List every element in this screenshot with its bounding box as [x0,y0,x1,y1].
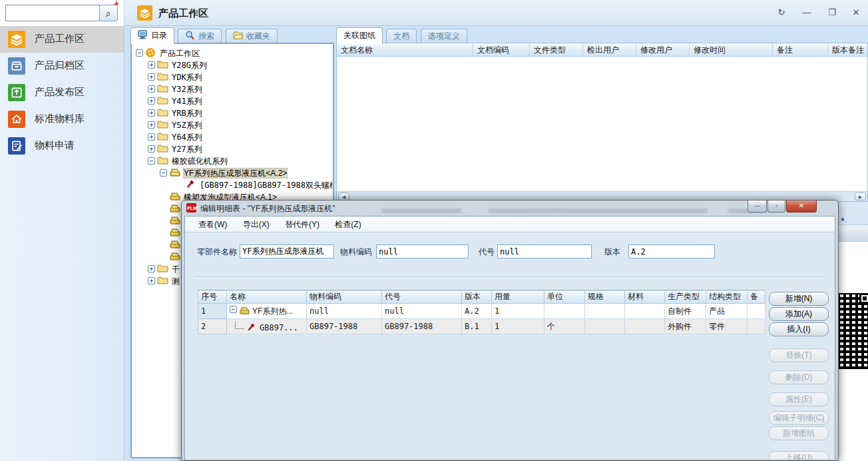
name-cell[interactable]: YF系列热... [227,304,307,319]
collapse-expander-icon[interactable] [136,49,143,57]
tree-row[interactable]: Y41系列 [134,95,333,107]
tree-row[interactable]: YSZ系列 [134,119,333,131]
collapse-up-icon[interactable]: ▲ [840,216,845,222]
column-header[interactable]: 文件类型 [530,43,583,56]
menu-view[interactable]: 查看(W) [192,217,234,230]
scroll-right-icon[interactable]: ▶ [855,193,866,201]
add-button[interactable]: 添加(A) [769,307,829,321]
column-header[interactable]: 备 [748,290,765,304]
column-header[interactable]: 代号 [382,290,462,304]
tree-item-label[interactable]: YSZ系列 [172,121,202,130]
column-header[interactable]: 文档名称 [337,43,473,56]
tab-documents[interactable]: 文档 [386,29,417,44]
column-header[interactable]: 结构类型 [706,290,748,304]
menu-substitute[interactable]: 替代件(Y) [278,217,326,230]
column-header[interactable]: 单位 [544,290,585,304]
add-new-button[interactable]: 新增(N) [769,292,829,306]
move-up-button[interactable]: 上移(U) [769,451,829,460]
expand-expander-icon[interactable] [148,145,155,153]
tree-row[interactable]: YDK系列 [134,71,333,83]
close-button[interactable]: ✕ [848,5,864,20]
column-header[interactable]: 用量 [492,290,544,304]
table-row[interactable]: 2 GB897... GB897-1988 GB897-1988 B.1 1 个… [198,319,765,334]
edit-sub-bom-button[interactable]: 编辑子明细(C) [769,411,829,425]
column-header[interactable]: 备注 [773,43,828,56]
menu-check[interactable]: 检查(Z) [328,217,367,230]
expand-expander-icon[interactable] [148,121,155,129]
expand-expander-icon[interactable] [148,61,155,69]
tree-row[interactable]: Y64系列 [134,131,333,143]
dialog-close-button[interactable]: ✕ [786,201,817,213]
version-field[interactable] [628,244,715,258]
collapse-expander-icon[interactable] [230,306,237,313]
restore-button[interactable]: ❐ [824,5,840,20]
insert-button[interactable]: 插入(I) [769,322,829,336]
sidebar-item-product-release[interactable]: 产品发布区 [0,79,124,106]
collapse-expander-icon[interactable] [148,157,155,165]
part-id-field[interactable] [497,244,592,258]
expand-expander-icon[interactable] [148,85,155,93]
tree-row-selected[interactable]: YF系列热压成形液压机<A.2> [134,167,333,179]
dialog-restore-button[interactable]: ▫ [767,201,785,213]
expand-expander-icon[interactable] [148,277,155,284]
tree-row[interactable]: YRB系列 [134,107,333,119]
minimize-button[interactable]: — [799,5,815,20]
search-input[interactable] [5,5,100,21]
tree-item-label[interactable]: Y27系列 [172,145,202,154]
expand-expander-icon[interactable] [148,97,155,105]
tree-item-label[interactable]: YF系列热压成形液压机<A.2> [184,169,287,178]
table-row[interactable]: 1 YF系列热... null null A.2 1 自制件 产品 [198,304,765,319]
tab-directory[interactable]: 目录 [130,27,174,44]
tree-item-label[interactable]: [GB897-1988]GB897-1988双头螺柱A型 [200,181,334,190]
tree-row[interactable]: 橡胶硫化机系列 [134,155,333,167]
column-header[interactable]: 序号 [198,290,227,304]
dialog-title-bar[interactable]: PLM 编辑明细表 - "YF系列热压成形液压机" — ▫ ✕ [182,201,838,216]
delete-button[interactable]: 删除(D) [769,370,829,384]
tree-item-label[interactable]: Y32系列 [172,85,202,94]
column-header[interactable]: 版本备注 [828,43,867,56]
tree-item-label[interactable]: 干 [172,264,180,274]
tree-row[interactable]: Y27系列 [134,143,333,155]
column-header[interactable]: 修改用户 [636,43,690,56]
sidebar-item-product-archive[interactable]: 产品归档区 [0,53,124,79]
column-header[interactable]: 规格 [585,290,625,304]
refresh-icon[interactable]: ↻ [773,5,789,20]
tree-row[interactable]: [GB897-1988]GB897-1988双头螺柱A型 [134,179,333,191]
tree-row[interactable]: 产品工作区 [134,47,333,59]
replace-button[interactable]: 替换(T) [769,348,829,362]
column-header[interactable]: 修改时间 [690,43,773,56]
sidebar-item-standard-library[interactable]: 标准物料库 [0,106,124,133]
tree-item-label[interactable]: 产品工作区 [160,49,200,58]
collapse-expander-icon[interactable] [160,169,167,177]
add-drawing-button[interactable]: 新增图纸 [769,426,829,440]
column-header[interactable]: 检出用户 [583,43,636,56]
tree-item-label[interactable]: YRB系列 [172,109,202,118]
sidebar-item-material-request[interactable]: 物料申请 [0,133,124,159]
tree-row[interactable]: Y28G系列 [134,59,333,71]
column-header[interactable]: 生产类型 [665,290,706,304]
menu-export[interactable]: 导出(X) [236,217,276,230]
tree-item-label[interactable]: 橡胶硫化机系列 [172,157,228,166]
expand-expander-icon[interactable] [148,109,155,117]
dialog-minimize-button[interactable]: — [748,201,767,213]
column-header[interactable]: 名称 [227,290,307,304]
tab-related-drawings[interactable]: 关联图纸 [336,27,383,44]
column-header[interactable]: 文档编码 [473,43,530,56]
tab-search[interactable]: 搜索 [178,29,222,44]
sidebar-item-product-workspace[interactable]: 产品工作区 [0,26,124,53]
column-header[interactable]: 物料编码 [307,290,382,304]
expand-expander-icon[interactable] [148,265,155,272]
column-header[interactable]: 版本 [462,290,492,304]
part-name-field[interactable] [240,244,334,258]
name-cell[interactable]: GB897... [227,319,307,334]
properties-button[interactable]: 属性(E) [769,392,829,406]
tree-item-label[interactable]: Y41系列 [172,97,202,106]
expand-expander-icon[interactable] [148,133,155,141]
tree-item-label[interactable]: Y64系列 [172,133,202,142]
tab-favorites[interactable]: 收藏夹 [226,29,278,44]
material-code-field[interactable] [376,244,469,258]
tab-option-definition[interactable]: 选项定义 [421,29,467,44]
column-header[interactable]: 材料 [625,290,665,304]
tree-item-label[interactable]: YDK系列 [172,73,202,82]
tree-item-label[interactable]: 测 [172,276,180,286]
